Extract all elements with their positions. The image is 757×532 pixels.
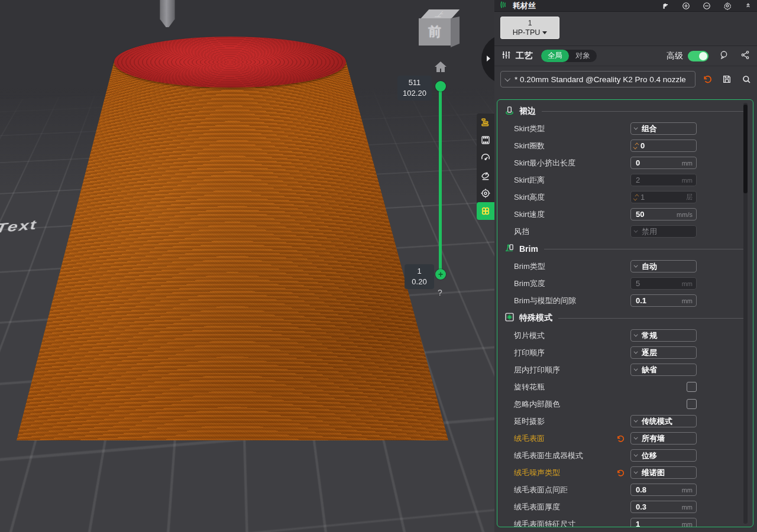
layer-slider-bottom-handle[interactable]: + <box>435 269 446 280</box>
view-cube-top-face[interactable]: 上 <box>420 9 460 19</box>
scrollbar-track[interactable] <box>743 103 748 524</box>
print-button-label[interactable]: 发送打印 <box>387 514 467 524</box>
settings-icon[interactable] <box>723 2 732 10</box>
setting-spinner[interactable]: 1层 <box>630 191 697 203</box>
radar-icon[interactable] <box>477 167 494 184</box>
view-cube-right-face[interactable] <box>451 17 460 47</box>
slider-help-hint[interactable]: ? <box>438 288 442 297</box>
spinner-arrows[interactable] <box>631 142 640 150</box>
slice-button-dropdown[interactable] <box>467 492 483 508</box>
profile-dropdown[interactable]: * 0.20mm Standard @Creality K2 Pro 0.4 n… <box>500 71 695 87</box>
slice-button-label[interactable]: 切片单盘 <box>389 495 467 505</box>
steps-value[interactable]: 870 <box>282 511 309 520</box>
steps-slider-handle[interactable] <box>264 511 273 521</box>
setting-select[interactable]: 常规 <box>630 329 697 342</box>
section-header-skirt[interactable]: 裙边 <box>497 102 753 120</box>
profile-row: * 0.20mm Standard @Creality K2 Pro 0.4 n… <box>494 66 757 92</box>
scope-segmented-control: 全局 对象 <box>541 50 597 62</box>
filmstrip-icon[interactable] <box>477 131 494 149</box>
setting-input[interactable]: 0.3mm <box>630 501 697 513</box>
setting-input[interactable]: 0.1mm <box>630 294 697 307</box>
setting-select[interactable]: 传统模式 <box>630 415 697 427</box>
setting-checkbox[interactable] <box>687 399 697 409</box>
reset-value-icon[interactable] <box>616 434 630 443</box>
setting-row: 绒毛表面厚度0.3mm <box>497 498 753 515</box>
print-button-dropdown[interactable] <box>467 511 484 527</box>
reset-value-icon[interactable] <box>616 469 630 477</box>
setting-input[interactable]: 1mm <box>630 518 697 527</box>
view-cube[interactable]: 上 前 <box>415 9 462 47</box>
setting-row: Brim宽度5mm <box>497 275 753 292</box>
add-icon[interactable] <box>682 2 690 10</box>
setting-value: 维诺图 <box>642 468 665 478</box>
view-cube-front-face[interactable]: 前 <box>419 18 451 46</box>
reset-profile-icon[interactable] <box>703 74 712 84</box>
setting-unit: mm <box>682 177 696 184</box>
setting-input[interactable]: 50mm/s <box>630 208 697 220</box>
section-header-special[interactable]: 特殊模式 <box>497 309 753 327</box>
scrollbar-thumb[interactable] <box>743 105 748 193</box>
send-print-button[interactable]: 发送打印 <box>387 511 484 527</box>
tab-object[interactable]: 对象 <box>569 50 597 62</box>
layer-slider-track[interactable] <box>439 86 442 274</box>
status-z: Z: 102.200 <box>197 480 238 489</box>
setting-label: Skirt高度 <box>514 192 630 203</box>
chevron-down-icon <box>633 333 638 337</box>
setting-select[interactable]: 所有墙 <box>630 432 697 445</box>
layer-slider-top-handle[interactable] <box>435 81 446 92</box>
setting-value: 位移 <box>642 450 657 461</box>
steps-value-stepper[interactable]: 870 <box>282 508 321 524</box>
setting-row: Skirt圈数0 <box>497 137 753 154</box>
section-header-brim[interactable]: Brim <box>497 240 753 258</box>
tab-global[interactable]: 全局 <box>541 50 569 62</box>
remove-icon[interactable] <box>703 2 711 10</box>
settings-scroll-panel[interactable]: 裙边Skirt类型组合Skirt圈数0Skirt最小挤出长度0mmSkirt距离… <box>497 99 753 527</box>
model-cone-top-surface[interactable] <box>114 37 346 87</box>
setting-value: 自动 <box>642 261 657 272</box>
setting-select[interactable]: 禁用 <box>630 225 697 238</box>
setting-input[interactable]: 0.8mm <box>630 484 697 496</box>
slice-plate-button[interactable]: 切片单盘 <box>389 492 483 508</box>
stepper-arrows[interactable] <box>309 512 320 520</box>
layers-icon[interactable] <box>477 113 494 131</box>
setting-select[interactable]: 维诺图 <box>630 466 697 479</box>
steps-slider[interactable] <box>112 515 272 517</box>
setting-input[interactable]: 2mm <box>630 174 697 186</box>
material-name-dropdown[interactable]: HP-TPU <box>513 28 548 37</box>
chevron-down-icon <box>633 470 638 474</box>
share-icon[interactable] <box>740 50 750 62</box>
setting-select[interactable]: 自动 <box>630 260 697 273</box>
section-title: Brim <box>519 244 538 254</box>
step-down-icon[interactable] <box>310 515 315 520</box>
gauge-icon[interactable] <box>477 149 494 167</box>
setting-select[interactable]: 逐层 <box>630 346 697 359</box>
setting-spinner[interactable]: 0 <box>630 140 697 152</box>
clover-icon[interactable] <box>477 202 494 220</box>
brush-icon[interactable] <box>719 50 729 62</box>
setting-input[interactable]: 5mm <box>630 277 697 290</box>
flush-icon[interactable] <box>661 2 669 10</box>
slicer-app: Text 上 前 511 102.20 1 0.20 + ? X: 1 <box>0 0 757 532</box>
setting-value: 0.1 <box>636 296 646 305</box>
setting-unit: mm <box>682 280 696 287</box>
play-button[interactable] <box>65 509 79 523</box>
setting-select[interactable]: 缺省 <box>630 364 697 376</box>
setting-checkbox[interactable] <box>687 382 697 392</box>
target-icon[interactable] <box>477 184 494 202</box>
save-profile-icon[interactable] <box>722 74 732 84</box>
collapse-icon[interactable] <box>744 2 752 10</box>
setting-unit: mm/s <box>677 211 696 218</box>
bottom-layer-number: 1 <box>409 266 429 277</box>
viewport-3d[interactable]: Text 上 前 511 102.20 1 0.20 + ? X: 1 <box>0 0 494 532</box>
spinner-arrows[interactable] <box>631 194 640 201</box>
search-settings-icon[interactable] <box>742 74 751 84</box>
setting-input[interactable]: 0mm <box>630 157 697 169</box>
home-view-icon[interactable] <box>434 60 448 74</box>
setting-label: Brim类型 <box>514 261 630 272</box>
layers-green-icon[interactable] <box>326 509 338 523</box>
material-card[interactable]: 1 HP-TPU <box>500 17 559 39</box>
collapse-arrow-icon <box>487 56 490 61</box>
setting-select[interactable]: 组合 <box>630 122 697 135</box>
setting-select[interactable]: 位移 <box>630 449 697 462</box>
advanced-toggle[interactable] <box>688 51 709 61</box>
